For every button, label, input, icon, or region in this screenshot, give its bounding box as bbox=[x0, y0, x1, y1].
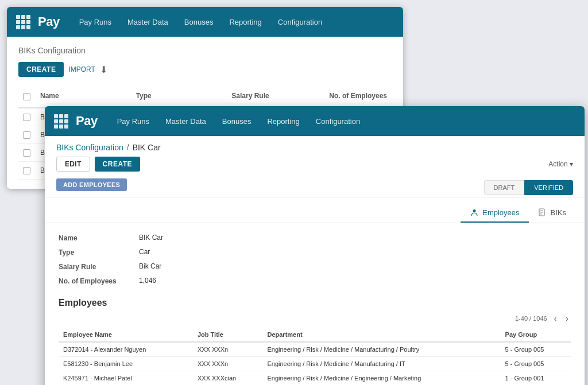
tab-employees[interactable]: Employees bbox=[461, 203, 528, 223]
employees-section-title: Employees bbox=[59, 298, 571, 308]
col-department: Department bbox=[262, 328, 500, 342]
fg-nav-reporting[interactable]: Reporting bbox=[260, 114, 306, 129]
fg-nav-masterdata[interactable]: Master Data bbox=[158, 114, 213, 129]
field-salary-label: Salary Rule bbox=[59, 262, 139, 271]
breadcrumb-parent[interactable]: BIKs Configuration bbox=[56, 143, 123, 152]
bg-download-button[interactable]: ⬇ bbox=[100, 64, 107, 75]
field-salary-value: Bik Car bbox=[139, 262, 161, 270]
bg-create-button[interactable]: CREATE bbox=[18, 62, 64, 77]
emp-row0-job: XXX XXXn bbox=[193, 342, 263, 357]
bg-nav-reporting[interactable]: Reporting bbox=[222, 14, 268, 30]
table-row[interactable]: K245971 - Michael Patel XXX XXXcian Engi… bbox=[59, 371, 571, 386]
field-employees-row: No. of Employees 1,046 bbox=[59, 277, 571, 285]
status-tab-draft[interactable]: DRAFT bbox=[484, 180, 525, 195]
col-pay-group: Pay Group bbox=[501, 328, 571, 342]
fg-nav-bar: Pay Pay Runs Master Data Bonuses Reporti… bbox=[45, 106, 585, 136]
pagination-next-button[interactable]: › bbox=[563, 313, 571, 324]
emp-row2-name: K245971 - Michael Patel bbox=[59, 371, 193, 386]
svg-point-0 bbox=[473, 209, 476, 212]
field-name-row: Name BIK Car bbox=[59, 234, 571, 242]
emp-row1-job: XXX XXXn bbox=[193, 357, 263, 371]
pagination-text: 1-40 / 1046 bbox=[515, 315, 547, 322]
bg-row0-checkbox[interactable] bbox=[23, 114, 30, 121]
col-job-title: Job Title bbox=[193, 328, 263, 342]
person-icon bbox=[470, 208, 479, 217]
bg-row3-checkbox[interactable] bbox=[23, 167, 30, 174]
fg-detail-fields: Name BIK Car Type Car Salary Rule Bik Ca… bbox=[45, 223, 585, 298]
emp-row2-dept: Engineering / Risk / Medicine / Engineer… bbox=[262, 371, 500, 386]
fg-nav-payruns[interactable]: Pay Runs bbox=[110, 114, 156, 129]
tab-biks-label: BIKs bbox=[551, 208, 566, 217]
fg-window: Pay Pay Runs Master Data Bonuses Reporti… bbox=[45, 106, 585, 385]
field-employees-value: 1,046 bbox=[139, 277, 156, 285]
bg-import-button[interactable]: IMPORT bbox=[68, 65, 95, 73]
bg-table-header: Name Type Salary Rule No. of Employees bbox=[18, 86, 392, 108]
emp-row1-name: E581230 - Benjamin Lee bbox=[59, 357, 193, 371]
pagination-prev-button[interactable]: ‹ bbox=[552, 313, 559, 324]
document-icon bbox=[538, 208, 547, 217]
field-employees-label: No. of Employees bbox=[59, 277, 139, 285]
breadcrumb-separator: / bbox=[127, 143, 129, 152]
col-employee-name: Employee Name bbox=[59, 328, 193, 342]
bg-logo: Pay bbox=[38, 14, 60, 29]
emp-row0-paygroup: 5 - Group 005 bbox=[501, 342, 571, 357]
field-salary-row: Salary Rule Bik Car bbox=[59, 262, 571, 271]
field-type-label: Type bbox=[59, 248, 139, 256]
bg-toolbar: CREATE IMPORT ⬇ bbox=[18, 62, 392, 77]
fg-nav-bonuses[interactable]: Bonuses bbox=[215, 114, 258, 129]
bg-grid-icon[interactable] bbox=[14, 13, 32, 31]
content-tabs: Employees BIKs bbox=[45, 197, 585, 223]
bg-page-title: BIKs Configuration bbox=[18, 46, 392, 55]
action-button[interactable]: Action bbox=[548, 160, 573, 168]
bg-row2-checkbox[interactable] bbox=[23, 149, 30, 157]
field-name-label: Name bbox=[59, 234, 139, 242]
bg-col-name: Name bbox=[36, 90, 131, 104]
bg-select-all-checkbox[interactable] bbox=[23, 93, 30, 100]
fg-status-bar: ADD EMPLOYEES DRAFT VERIFIED bbox=[45, 178, 585, 197]
emp-row0-dept: Engineering / Risk / Medicine / Manufact… bbox=[262, 342, 500, 357]
bg-col-type: Type bbox=[131, 90, 227, 104]
bg-nav-configuration[interactable]: Configuration bbox=[271, 14, 329, 30]
bg-row1-checkbox[interactable] bbox=[23, 131, 30, 139]
employees-table: Employee Name Job Title Department Pay G… bbox=[59, 328, 571, 385]
status-tabs: DRAFT VERIFIED bbox=[484, 180, 573, 195]
bg-col-salary: Salary Rule bbox=[227, 90, 323, 104]
bg-nav-bonuses[interactable]: Bonuses bbox=[177, 14, 220, 30]
edit-button[interactable]: EDIT bbox=[56, 157, 90, 172]
status-tab-verified[interactable]: VERIFIED bbox=[524, 180, 573, 195]
tab-biks[interactable]: BIKs bbox=[529, 203, 575, 223]
fg-nav-configuration[interactable]: Configuration bbox=[309, 114, 367, 129]
bg-col-employees: No. of Employees bbox=[323, 90, 392, 104]
emp-row1-dept: Engineering / Risk / Medicine / Manufact… bbox=[262, 357, 500, 371]
field-name-value: BIK Car bbox=[139, 234, 163, 242]
bg-nav-payruns[interactable]: Pay Runs bbox=[72, 14, 118, 30]
bg-nav-masterdata[interactable]: Master Data bbox=[121, 14, 175, 30]
breadcrumb: BIKs Configuration / BIK Car bbox=[45, 136, 585, 157]
emp-row2-paygroup: 1 - Group 001 bbox=[501, 371, 571, 386]
employees-section: Employees 1-40 / 1046 ‹ › Employee Name … bbox=[45, 298, 585, 385]
table-row[interactable]: E581230 - Benjamin Lee XXX XXXn Engineer… bbox=[59, 357, 571, 371]
field-type-value: Car bbox=[139, 248, 150, 256]
emp-row2-job: XXX XXXcian bbox=[193, 371, 263, 386]
employees-pagination: 1-40 / 1046 ‹ › bbox=[59, 313, 571, 328]
fg-detail-toolbar: EDIT CREATE Action bbox=[45, 157, 585, 178]
emp-row0-name: D372014 - Alexander Nguyen bbox=[59, 342, 193, 357]
table-row[interactable]: D372014 - Alexander Nguyen XXX XXXn Engi… bbox=[59, 342, 571, 357]
tab-employees-label: Employees bbox=[482, 208, 519, 217]
employees-table-header: Employee Name Job Title Department Pay G… bbox=[59, 328, 571, 342]
field-type-row: Type Car bbox=[59, 248, 571, 256]
fg-logo: Pay bbox=[76, 114, 98, 129]
emp-row1-paygroup: 5 - Group 005 bbox=[501, 357, 571, 371]
bg-nav-bar: Pay Pay Runs Master Data Bonuses Reporti… bbox=[7, 7, 403, 37]
breadcrumb-current: BIK Car bbox=[133, 143, 161, 152]
fg-grid-icon[interactable] bbox=[52, 112, 70, 130]
add-employees-button[interactable]: ADD EMPLOYEES bbox=[56, 178, 127, 191]
fg-create-button[interactable]: CREATE bbox=[95, 157, 140, 172]
